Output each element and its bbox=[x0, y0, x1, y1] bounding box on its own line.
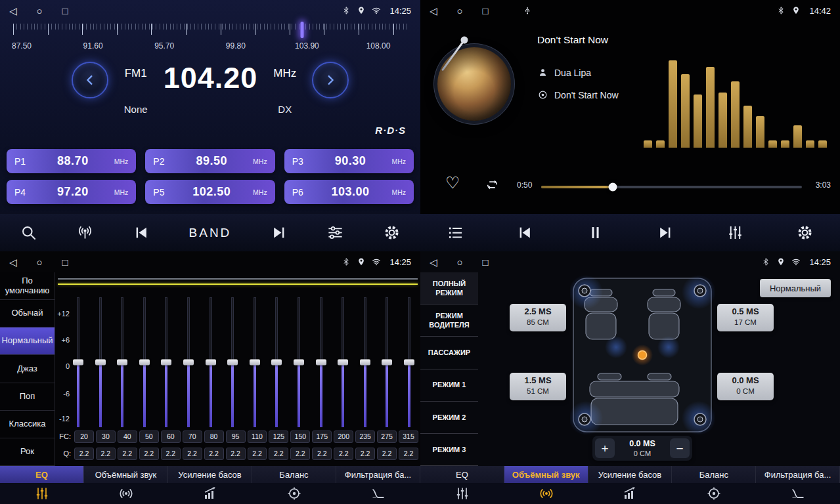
recents-button[interactable]: □ bbox=[62, 6, 68, 16]
tab-bass-boost[interactable]: Усиление басов bbox=[588, 466, 673, 483]
sound-preset-button[interactable]: Нормальный bbox=[760, 279, 831, 297]
tune-up-button[interactable] bbox=[312, 62, 349, 98]
favorite-heart-icon[interactable]: ♡ bbox=[445, 175, 460, 191]
back-button[interactable]: ◁ bbox=[9, 257, 17, 267]
repeat-icon[interactable] bbox=[485, 177, 500, 195]
bass-boost-icon[interactable] bbox=[588, 483, 673, 504]
radio-preset-p5[interactable]: P5102.50MHz bbox=[145, 180, 275, 204]
slider-knob[interactable] bbox=[227, 360, 238, 366]
tab-eq[interactable]: EQ bbox=[0, 466, 84, 483]
broadcast-icon[interactable] bbox=[76, 224, 94, 242]
eq-preset-item[interactable]: Обычай bbox=[0, 300, 55, 327]
listening-mode-item[interactable]: РЕЖИМ 3 bbox=[420, 434, 478, 466]
eq-band-slider[interactable] bbox=[227, 297, 238, 427]
radio-preset-p3[interactable]: P390.30MHz bbox=[284, 149, 414, 173]
slider-knob[interactable] bbox=[338, 360, 348, 366]
slider-knob[interactable] bbox=[161, 360, 171, 366]
tab-balance[interactable]: Баланс bbox=[672, 466, 756, 483]
radio-preset-p1[interactable]: P188.70MHz bbox=[7, 149, 136, 173]
playlist-icon[interactable] bbox=[447, 224, 464, 242]
tab-balance[interactable]: Баланс bbox=[252, 466, 336, 483]
home-button[interactable]: ○ bbox=[457, 6, 463, 16]
settings-gear-icon[interactable] bbox=[796, 224, 814, 242]
front-right-delay[interactable]: 0.5 MS 17 CM bbox=[717, 304, 774, 331]
slider-knob[interactable] bbox=[95, 360, 106, 366]
recents-button[interactable]: □ bbox=[483, 6, 489, 16]
search-icon[interactable] bbox=[20, 224, 37, 242]
home-button[interactable]: ○ bbox=[457, 257, 463, 267]
listening-mode-item[interactable]: РЕЖИМ 1 bbox=[420, 369, 478, 402]
listening-mode-item[interactable]: ПОЛНЫЙ РЕЖИМ bbox=[420, 272, 478, 304]
eq-band-slider[interactable] bbox=[249, 297, 261, 427]
listening-mode-item[interactable]: РЕЖИМ ВОДИТЕЛЯ bbox=[420, 304, 478, 337]
tab-crossover-filter[interactable]: Фильтрация ба... bbox=[756, 466, 840, 483]
slider-knob[interactable] bbox=[250, 360, 260, 366]
pause-icon[interactable] bbox=[586, 224, 604, 242]
tab-crossover-filter[interactable]: Фильтрация ба... bbox=[336, 466, 420, 483]
surround-sound-icon[interactable] bbox=[84, 483, 168, 504]
front-left-delay[interactable]: 2.5 MS 85 CM bbox=[510, 304, 566, 331]
eq-band-slider[interactable] bbox=[337, 297, 349, 427]
rear-left-delay[interactable]: 1.5 MS 51 CM bbox=[510, 373, 566, 400]
eq-band-slider[interactable] bbox=[381, 297, 393, 427]
eq-icon[interactable] bbox=[0, 483, 84, 504]
eq-band-slider[interactable] bbox=[72, 297, 84, 427]
settings-gear-icon[interactable] bbox=[383, 224, 401, 242]
slider-knob[interactable] bbox=[271, 360, 282, 366]
slider-knob[interactable] bbox=[183, 360, 194, 366]
crossover-filter-icon[interactable] bbox=[336, 483, 420, 504]
slider-knob[interactable] bbox=[117, 360, 127, 366]
tune-down-button[interactable] bbox=[72, 62, 108, 98]
next-station-icon[interactable] bbox=[270, 224, 288, 242]
eq-band-slider[interactable] bbox=[183, 297, 194, 427]
eq-band-slider[interactable] bbox=[271, 297, 282, 427]
tab-surround-sound[interactable]: Объёмный звук bbox=[84, 466, 168, 483]
crossover-filter-icon[interactable] bbox=[756, 483, 840, 504]
back-button[interactable]: ◁ bbox=[430, 257, 437, 267]
back-button[interactable]: ◁ bbox=[430, 6, 437, 16]
previous-track-icon[interactable] bbox=[516, 224, 534, 242]
listening-mode-item[interactable]: ПАССАЖИР bbox=[420, 337, 478, 369]
eq-band-slider[interactable] bbox=[205, 297, 217, 427]
bass-boost-icon[interactable] bbox=[168, 483, 252, 504]
radio-preset-p6[interactable]: P6103.00MHz bbox=[284, 180, 414, 204]
tab-surround-sound[interactable]: Объёмный звук bbox=[504, 466, 588, 483]
surround-sound-icon[interactable] bbox=[504, 483, 588, 504]
radio-preset-p4[interactable]: P497.20MHz bbox=[7, 180, 136, 204]
listening-mode-item[interactable]: РЕЖИМ 2 bbox=[420, 402, 478, 434]
recents-button[interactable]: □ bbox=[62, 257, 68, 267]
audio-faders-icon[interactable] bbox=[726, 224, 744, 242]
back-button[interactable]: ◁ bbox=[9, 6, 17, 16]
eq-band-slider[interactable] bbox=[403, 297, 415, 427]
eq-band-slider[interactable] bbox=[160, 297, 172, 427]
slider-knob[interactable] bbox=[139, 360, 150, 366]
tuning-cursor[interactable] bbox=[301, 22, 304, 38]
slider-knob[interactable] bbox=[316, 360, 326, 366]
slider-knob[interactable] bbox=[360, 360, 370, 366]
increase-delay-button[interactable]: + bbox=[595, 438, 615, 458]
eq-band-slider[interactable] bbox=[359, 297, 371, 427]
eq-band-slider[interactable] bbox=[139, 297, 150, 427]
slider-knob[interactable] bbox=[382, 360, 392, 366]
eq-preset-item[interactable]: Классика bbox=[0, 411, 55, 438]
band-button[interactable]: BAND bbox=[189, 226, 232, 240]
home-button[interactable]: ○ bbox=[37, 257, 43, 267]
eq-preset-item[interactable]: Поп bbox=[0, 383, 55, 411]
eq-band-slider[interactable] bbox=[293, 297, 305, 427]
eq-preset-item[interactable]: Нормальный bbox=[0, 327, 55, 355]
rear-right-delay[interactable]: 0.0 MS 0 CM bbox=[717, 373, 774, 400]
tone-sliders-icon[interactable] bbox=[326, 224, 344, 242]
tab-bass-boost[interactable]: Усиление басов bbox=[168, 466, 252, 483]
decrease-delay-button[interactable]: − bbox=[670, 438, 690, 458]
next-track-icon[interactable] bbox=[656, 224, 674, 242]
slider-knob[interactable] bbox=[73, 360, 83, 366]
slider-knob[interactable] bbox=[206, 360, 216, 366]
home-button[interactable]: ○ bbox=[37, 6, 43, 16]
radio-preset-p2[interactable]: P289.50MHz bbox=[145, 149, 275, 173]
eq-preset-item[interactable]: Джаз bbox=[0, 355, 55, 383]
eq-band-slider[interactable] bbox=[315, 297, 327, 427]
balance-icon[interactable] bbox=[672, 483, 756, 504]
eq-band-slider[interactable] bbox=[95, 297, 106, 427]
seek-slider[interactable] bbox=[541, 186, 802, 188]
eq-preset-item[interactable]: По умолчанию bbox=[0, 272, 55, 300]
